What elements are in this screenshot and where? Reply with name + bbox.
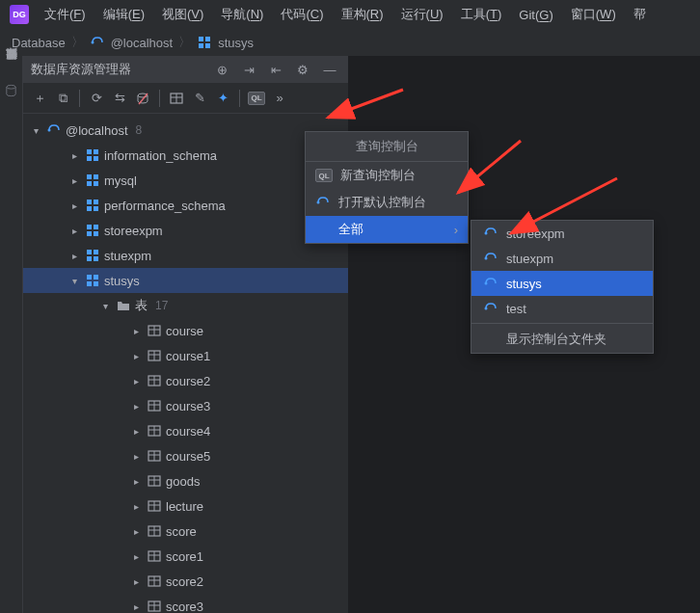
refresh-icon[interactable]: ⟳ (86, 88, 107, 109)
connection-icon (90, 35, 105, 50)
tree-table[interactable]: ▸goods (23, 468, 348, 493)
tree-table[interactable]: ▸course4 (23, 418, 348, 443)
panel-header: 数据库资源管理器 ⊕ ⇥ ⇤ ⚙ — (23, 56, 348, 83)
tree-table[interactable]: ▸score1 (23, 544, 348, 569)
tree-schema[interactable]: ▸performance_schema (23, 193, 348, 218)
gear-icon[interactable]: ⚙ (292, 59, 313, 80)
ctx-open-default-console[interactable]: 打开默认控制台 (306, 189, 468, 216)
sub-item-console[interactable]: stusys (471, 271, 653, 296)
chevron-down-icon: ▾ (98, 301, 112, 311)
panel-title: 数据库资源管理器 (31, 61, 211, 78)
chevron-right-icon: ▸ (129, 501, 143, 512)
add-icon[interactable]: ＋ (29, 88, 50, 109)
copy-icon[interactable]: ⧉ (52, 88, 73, 109)
menu-view[interactable]: 视图(V) (154, 2, 211, 27)
edit-icon[interactable]: ✎ (189, 88, 210, 109)
menu-run[interactable]: 运行(U) (393, 2, 451, 27)
tree-table[interactable]: ▸score3 (23, 594, 348, 613)
menu-code[interactable]: 代码(C) (273, 2, 331, 27)
svg-point-9 (7, 85, 15, 89)
chevron-right-icon: ▸ (129, 426, 143, 437)
menu-help[interactable]: 帮 (626, 2, 654, 27)
schema-icon (85, 173, 100, 188)
table-icon (147, 498, 162, 514)
sub-item-console[interactable]: storeexpm (471, 221, 653, 246)
table-icon (147, 448, 162, 464)
tree-schema[interactable]: ▸mysql (23, 168, 348, 193)
chevron-right-icon: ▸ (129, 351, 143, 361)
menu-edit[interactable]: 编辑(E) (95, 2, 152, 27)
ctx-new-console[interactable]: QL 新查询控制台 (306, 162, 468, 189)
tree-schema[interactable]: ▸information_schema (23, 143, 348, 168)
tree-table[interactable]: ▸course3 (23, 393, 348, 418)
submenu-all-consoles: storeexpmstuexpmstusystest 显示控制台文件夹 (471, 220, 654, 354)
table-icon (147, 323, 162, 338)
connection-icon (315, 195, 331, 210)
tree-schema[interactable]: ▾stusys (23, 268, 348, 293)
breadcrumb: Database 〉 @localhost 〉 stusys (0, 29, 700, 56)
breadcrumb-item[interactable]: stusys (218, 36, 254, 50)
menu-window[interactable]: 窗口(W) (563, 2, 624, 27)
chevron-right-icon: ▸ (129, 526, 143, 537)
table-icon (147, 548, 162, 564)
menu-refactor[interactable]: 重构(R) (334, 2, 391, 27)
target-icon[interactable]: ⊕ (211, 59, 232, 80)
breadcrumb-item[interactable]: @localhost (111, 36, 174, 50)
chevron-icon: ▾ (67, 276, 81, 286)
chevron-right-icon: ▸ (129, 601, 143, 612)
sub-item-console[interactable]: stuexpm (471, 246, 653, 271)
menu-tools[interactable]: 工具(T) (453, 2, 510, 27)
chevron-down-icon: ▾ (29, 125, 42, 136)
chevron-icon: ▸ (67, 200, 81, 211)
app-icon: DG (10, 5, 29, 24)
navigate-icon[interactable]: ✦ (212, 88, 233, 109)
table-view-icon[interactable] (166, 88, 187, 109)
table-icon (147, 573, 162, 589)
tree-table[interactable]: ▸course (23, 318, 348, 343)
tree-table[interactable]: ▸course1 (23, 343, 348, 368)
side-tab-strip: 数据库资源管理器 (0, 56, 23, 613)
tree-root-connection[interactable]: ▾ @localhost 8 (23, 118, 348, 143)
breadcrumb-item[interactable]: Database (12, 36, 66, 50)
explorer-toolbar: ＋ ⧉ ⟳ ⇆ ✎ ✦ QL » (23, 83, 348, 114)
sync-icon[interactable]: ⇆ (109, 88, 130, 109)
tree-folder-tables[interactable]: ▾ 表 17 (23, 293, 348, 318)
tree-table[interactable]: ▸course5 (23, 443, 348, 468)
context-menu: 查询控制台 QL 新查询控制台 打开默认控制台 全部 › (305, 131, 469, 244)
more-icon[interactable]: » (269, 88, 290, 109)
chevron-icon: ▸ (67, 150, 81, 161)
console-icon: QL (315, 169, 333, 182)
tree-table[interactable]: ▸course2 (23, 368, 348, 393)
menu-git[interactable]: Git(G) (511, 4, 560, 26)
console-icon[interactable]: QL (246, 88, 267, 109)
menu-file[interactable]: 文件(F) (37, 2, 94, 27)
schema-icon (85, 198, 100, 213)
tree-schema[interactable]: ▸storeexpm (23, 218, 348, 243)
sub-item-show-folder[interactable]: 显示控制台文件夹 (471, 326, 653, 353)
side-tab-database[interactable]: 数据库资源管理器 (0, 62, 24, 77)
tree-table[interactable]: ▸score (23, 519, 348, 544)
collapse-all-icon[interactable]: ⇥ (238, 59, 259, 80)
minimize-icon[interactable]: — (319, 59, 340, 80)
database-tree: ▾ @localhost 8 ▸information_schema▸mysql… (23, 114, 348, 613)
chevron-right-icon: ▸ (129, 451, 143, 462)
connection-icon (483, 251, 498, 266)
stop-icon[interactable] (132, 88, 153, 109)
schema-icon (85, 248, 100, 263)
expand-all-icon[interactable]: ⇤ (265, 59, 286, 80)
menu-navigate[interactable]: 导航(N) (213, 2, 271, 27)
tree-table[interactable]: ▸score2 (23, 569, 348, 594)
chevron-right-icon: ▸ (129, 476, 143, 487)
sub-item-console[interactable]: test (471, 296, 653, 321)
schema-icon (197, 35, 212, 50)
tree-schema[interactable]: ▸stuexpm (23, 243, 348, 268)
tree-table[interactable]: ▸lecture (23, 493, 348, 519)
folder-icon (116, 298, 131, 313)
schema-icon (85, 147, 100, 163)
chevron-right-icon: ▸ (129, 376, 143, 386)
chevron-right-icon: ▸ (129, 551, 143, 562)
database-tool-icon[interactable] (0, 77, 22, 104)
ctx-all[interactable]: 全部 › (306, 216, 468, 243)
chevron-right-icon: 〉 (71, 34, 84, 51)
table-icon (147, 473, 162, 489)
